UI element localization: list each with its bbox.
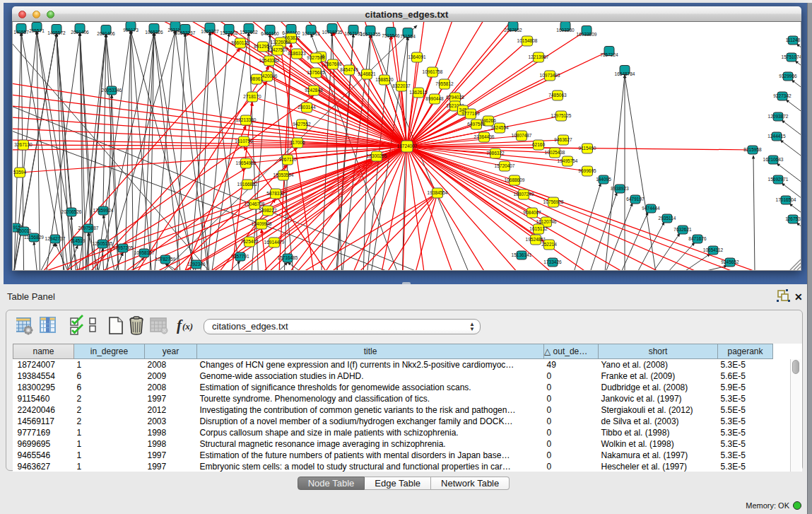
svg-text:8322037: 8322037 — [392, 83, 411, 88]
svg-text:1733426: 1733426 — [543, 259, 562, 264]
svg-text:10046708: 10046708 — [245, 201, 265, 206]
svg-text:16914479: 16914479 — [264, 240, 285, 245]
svg-text:12942737: 12942737 — [45, 236, 66, 241]
svg-text:10807487: 10807487 — [512, 133, 532, 138]
svg-text:3624554: 3624554 — [490, 125, 509, 130]
svg-text:1362615: 1362615 — [409, 90, 428, 95]
svg-text:10719135: 10719135 — [322, 30, 343, 35]
svg-text:6497508: 6497508 — [467, 122, 486, 127]
svg-text:19524851: 19524851 — [526, 237, 546, 242]
svg-text:9463627: 9463627 — [554, 137, 572, 142]
svg-text:1292346: 1292346 — [187, 262, 206, 267]
svg-text:12505135: 12505135 — [93, 241, 113, 246]
svg-text:21364436: 21364436 — [474, 134, 495, 139]
svg-text:2691406: 2691406 — [71, 30, 89, 35]
svg-text:20975887: 20975887 — [78, 226, 99, 230]
svg-text:2803144: 2803144 — [298, 105, 316, 110]
svg-text:18724007: 18724007 — [397, 144, 418, 148]
svg-text:9427552: 9427552 — [293, 122, 311, 127]
svg-text:5878332: 5878332 — [266, 191, 285, 196]
svg-text:9084067: 9084067 — [523, 210, 541, 215]
svg-text:9115460: 9115460 — [579, 146, 596, 151]
svg-text:8660123: 8660123 — [231, 40, 249, 45]
svg-text:6466160: 6466160 — [261, 31, 279, 36]
svg-text:9227342: 9227342 — [773, 93, 792, 98]
svg-text:10653267: 10653267 — [175, 30, 196, 35]
svg-text:15692971: 15692971 — [768, 177, 789, 182]
svg-text:8938923: 8938923 — [611, 186, 629, 191]
svg-text:126753: 126753 — [785, 216, 801, 221]
svg-text:13226058: 13226058 — [271, 40, 291, 45]
svg-text:1065326: 1065326 — [145, 30, 163, 35]
svg-text:16210643: 16210643 — [763, 157, 784, 162]
svg-text:144095: 144095 — [596, 177, 611, 182]
svg-text:12213380: 12213380 — [236, 117, 257, 122]
svg-text:9327508: 9327508 — [307, 55, 325, 60]
svg-text:2691406: 2691406 — [97, 31, 115, 36]
svg-text:19654985: 19654985 — [236, 160, 257, 165]
svg-text:7986322: 7986322 — [486, 151, 505, 156]
svg-text:909173: 909173 — [123, 28, 139, 33]
svg-text:10688609: 10688609 — [505, 177, 525, 182]
svg-text:9857791: 9857791 — [231, 254, 249, 259]
svg-text:10756928: 10756928 — [543, 199, 564, 204]
svg-text:7857224: 7857224 — [600, 52, 618, 57]
svg-text:1527602: 1527602 — [240, 30, 258, 35]
svg-text:1575685: 1575685 — [307, 70, 325, 75]
svg-text:850011: 850011 — [16, 228, 32, 233]
svg-text:1588520: 1588520 — [375, 77, 394, 82]
svg-text:12975125: 12975125 — [551, 113, 572, 118]
svg-text:53594: 53594 — [13, 170, 26, 175]
svg-text:8186323: 8186323 — [288, 51, 306, 56]
svg-text:1610756: 1610756 — [235, 139, 253, 144]
svg-text:7625402: 7625402 — [240, 239, 259, 244]
svg-text:7955812: 7955812 — [435, 81, 454, 86]
svg-text:252214: 252214 — [541, 242, 557, 247]
svg-text:8990448: 8990448 — [425, 96, 444, 101]
svg-text:(x): (x) — [182, 321, 193, 332]
svg-text:15716485: 15716485 — [278, 255, 298, 260]
svg-text:2718170: 2718170 — [243, 94, 261, 99]
svg-text:15751074: 15751074 — [782, 54, 801, 59]
svg-text:2935114: 2935114 — [659, 216, 676, 221]
svg-text:17359924: 17359924 — [93, 208, 114, 213]
svg-text:9329966: 9329966 — [779, 74, 797, 78]
svg-text:16848784: 16848784 — [615, 71, 635, 76]
svg-text:9777169: 9777169 — [461, 111, 480, 116]
svg-text:19166822: 19166822 — [237, 182, 258, 187]
svg-text:9146821: 9146821 — [358, 71, 376, 76]
svg-text:16033809: 16033809 — [577, 32, 597, 37]
svg-text:16120746: 16120746 — [536, 219, 557, 224]
svg-text:7485063: 7485063 — [548, 93, 567, 98]
svg-text:12093872: 12093872 — [768, 114, 789, 119]
svg-text:1405572: 1405572 — [47, 30, 66, 35]
svg-text:9242848: 9242848 — [305, 88, 323, 93]
svg-text:10025438: 10025438 — [545, 150, 565, 155]
svg-text:10654112: 10654112 — [703, 247, 724, 252]
svg-text:8215958: 8215958 — [743, 147, 762, 152]
svg-text:9245652: 9245652 — [721, 259, 739, 264]
svg-text:1065327: 1065327 — [201, 29, 219, 34]
svg-text:12409948: 12409948 — [252, 221, 272, 226]
svg-text:10961758: 10961758 — [423, 69, 443, 74]
svg-text:19495754: 19495754 — [558, 158, 578, 163]
svg-text:9699695: 9699695 — [578, 168, 596, 173]
svg-text:10973493: 10973493 — [540, 73, 560, 78]
svg-text:8471676: 8471676 — [688, 236, 707, 241]
svg-text:5498222: 5498222 — [259, 208, 277, 213]
svg-text:19384554: 19384554 — [428, 190, 448, 195]
svg-text:20206526: 20206526 — [61, 209, 82, 214]
svg-text:751554: 751554 — [400, 34, 416, 39]
svg-text:114519: 114519 — [70, 238, 86, 243]
svg-text:15720407: 15720407 — [495, 163, 515, 168]
svg-text:111248: 111248 — [786, 37, 801, 42]
svg-text:6794028: 6794028 — [446, 95, 464, 100]
svg-text:1527602: 1527602 — [220, 30, 238, 35]
svg-text:16671355: 16671355 — [360, 32, 381, 37]
svg-text:17957205: 17957205 — [113, 245, 134, 250]
svg-text:62160: 62160 — [532, 142, 545, 147]
svg-text:18807249: 18807249 — [514, 192, 534, 197]
svg-text:1603380: 1603380 — [556, 28, 575, 33]
svg-text:2867608: 2867608 — [324, 62, 342, 66]
svg-text:205571: 205571 — [29, 28, 45, 33]
